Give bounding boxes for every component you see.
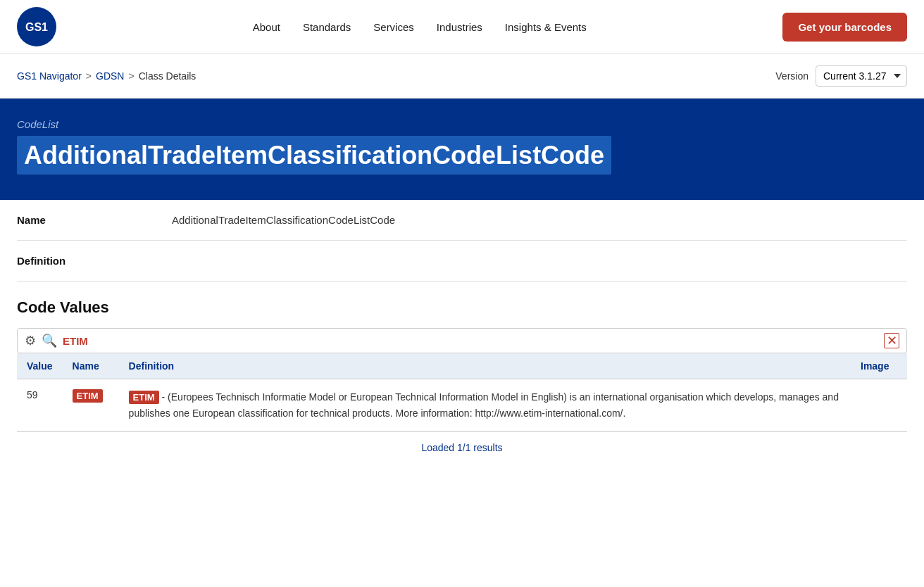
nav-insights-events[interactable]: Insights & Events [505,21,587,33]
hero-title: AdditionalTradeItemClassificationCodeLis… [17,136,611,175]
hero-banner: CodeList AdditionalTradeItemClassificati… [0,99,924,200]
name-label: Name [17,214,144,226]
detail-definition-row: Definition [17,241,907,282]
row-image [851,379,907,431]
etim-name-badge: ETIM [73,389,103,403]
search-icon[interactable]: 🔍 [42,333,57,348]
col-header-image: Image [851,353,907,379]
gs1-logo: GS1 [17,7,56,46]
row-name: ETIM [63,379,119,431]
col-header-value: Value [17,353,63,379]
etim-def-badge: ETIM [129,391,159,404]
svg-text:GS1: GS1 [25,21,48,33]
version-select[interactable]: Current 3.1.27 [816,65,907,87]
breadcrumb-gdsn[interactable]: GDSN [96,70,124,82]
col-header-definition: Definition [119,353,851,379]
main-nav: About Standards Services Industries Insi… [253,21,587,33]
logo-area: GS1 [17,7,56,46]
codelist-tag: CodeList [17,118,907,130]
search-input[interactable] [63,335,878,347]
definition-text: ETIM - (Europees Technisch Informatie Mo… [129,391,839,419]
table-header: Value Name Definition Image [17,353,907,379]
get-barcodes-button[interactable]: Get your barcodes [782,13,907,42]
loaded-results: Loaded 1/1 results [17,431,907,463]
detail-name-row: Name AdditionalTradeItemClassificationCo… [17,200,907,241]
gear-icon[interactable]: ⚙ [25,333,36,348]
search-bar-container: ⚙ 🔍 ✕ [17,328,907,353]
breadcrumb-bar: GS1 Navigator > GDSN > Class Details Ver… [0,54,924,99]
table-row: 59 ETIM ETIM - (Europees Technisch Infor… [17,379,907,431]
breadcrumb-gs1-navigator[interactable]: GS1 Navigator [17,70,82,82]
version-label: Version [775,70,808,82]
nav-standards[interactable]: Standards [303,21,351,33]
row-definition: ETIM - (Europees Technisch Informatie Mo… [119,379,851,431]
col-header-name: Name [63,353,119,379]
definition-label: Definition [17,255,144,267]
breadcrumb: GS1 Navigator > GDSN > Class Details [17,70,196,82]
nav-industries[interactable]: Industries [437,21,482,33]
detail-section: Name AdditionalTradeItemClassificationCo… [0,200,924,282]
breadcrumb-current: Class Details [139,70,196,82]
version-area: Version Current 3.1.27 [775,65,907,87]
code-values-title: Code Values [17,298,907,317]
nav-about[interactable]: About [253,21,280,33]
definition-body: - (Europees Technisch Informatie Model o… [129,391,839,419]
code-values-section: Code Values ⚙ 🔍 ✕ Value Name Definition … [0,282,924,463]
clear-search-icon[interactable]: ✕ [884,333,899,348]
breadcrumb-sep-1: > [86,70,92,82]
table-body: 59 ETIM ETIM - (Europees Technisch Infor… [17,379,907,431]
row-value: 59 [17,379,63,431]
nav-services[interactable]: Services [373,21,414,33]
name-value: AdditionalTradeItemClassificationCodeLis… [172,214,395,226]
results-table: Value Name Definition Image 59 ETIM ETIM… [17,353,907,431]
breadcrumb-sep-2: > [128,70,134,82]
header: GS1 About Standards Services Industries … [0,0,924,54]
